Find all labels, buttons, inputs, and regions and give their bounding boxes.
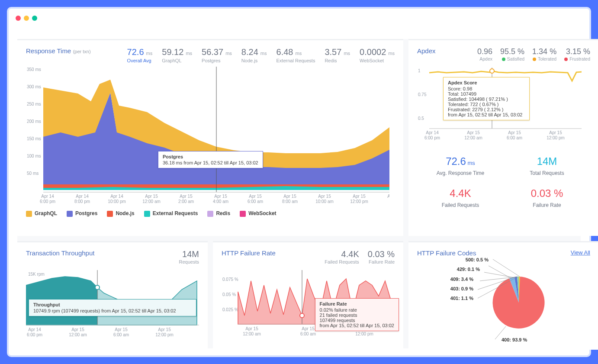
svg-text:50 ms: 50 ms (27, 171, 39, 176)
svg-text:Apr 14: Apr 14 (110, 194, 123, 199)
svg-text:Apr 15: Apr 15 (71, 327, 84, 332)
legend-item[interactable]: Redis (207, 210, 230, 217)
svg-text:100 ms: 100 ms (27, 154, 41, 158)
svg-text:12:00 pm: 12:00 pm (547, 135, 565, 140)
failure-rate-tooltip: Failure Rate 0.02% failure rate21 failed… (315, 298, 399, 331)
svg-text:6:00 pm: 6:00 pm (424, 135, 440, 140)
apdex-card: Apdex 0.96Apdex95.5 %Satisfied1.34 %Tole… (408, 39, 598, 236)
svg-text:Apr 14: Apr 14 (28, 327, 41, 332)
svg-text:6:00 am: 6:00 am (300, 332, 316, 336)
apdex-metric: 0.96Apdex (477, 47, 492, 61)
throughput-value: 14M (179, 249, 199, 259)
svg-text:10:00 pm: 10:00 pm (108, 199, 126, 204)
svg-text:1: 1 (418, 68, 421, 73)
apdex-metric: 1.34 %Tolerated (532, 47, 556, 61)
svg-point-49 (95, 285, 100, 290)
svg-line-76 (493, 259, 520, 277)
svg-text:Apr 15: Apr 15 (180, 194, 193, 199)
svg-text:12:00 am: 12:00 am (69, 332, 87, 337)
svg-text:401: 1.1 %: 401: 1.1 % (450, 296, 473, 301)
svg-text:409: 3.4 %: 409: 3.4 % (450, 277, 473, 282)
failure-codes-title: HTTP Failure Codes (417, 249, 476, 257)
throughput-label: Requests (179, 259, 199, 264)
metric-node.js: 8.24 msNode.js (241, 47, 267, 63)
svg-text:10:00 am: 10:00 am (315, 199, 334, 204)
svg-text:0.05 %: 0.05 % (222, 292, 236, 297)
apdex-metric: 3.15 %Frustrated (564, 47, 590, 61)
metric-overall-avg: 72.6 msOverall Avg (127, 47, 153, 63)
svg-point-63 (300, 313, 304, 318)
svg-text:12:00 pm: 12:00 pm (355, 332, 373, 336)
svg-text:12:00 pm: 12:00 pm (155, 332, 174, 337)
response-time-title: Response Time (26, 47, 71, 55)
svg-text:Apr 15: Apr 15 (283, 194, 296, 199)
failure-metric: 4.4KFailed Requests (325, 249, 359, 264)
response-time-subtitle: (per txn) (73, 49, 91, 54)
apdex-metric: 95.5 %Satisfied (500, 47, 524, 61)
stat-item: 4.4K Failed Requests (417, 187, 504, 208)
metric-postgres: 56.37 msPostgres (202, 47, 232, 63)
svg-text:200 ms: 200 ms (27, 119, 41, 124)
apdex-tooltip: Apdex Score Score: 0.98Total: 107499Sati… (443, 77, 530, 120)
minimize-icon[interactable] (24, 16, 29, 21)
svg-text:250 ms: 250 ms (27, 102, 41, 106)
svg-text:12:00 am: 12:00 am (464, 135, 482, 140)
legend-item[interactable]: Postgres (67, 210, 97, 217)
stat-item: 72.6 msAvg. Response Time (417, 155, 504, 176)
failure-metric: 0.03 %Failure Rate (368, 249, 395, 264)
svg-text:Apr 15: Apr 15 (302, 326, 315, 331)
svg-text:403: 0.9 %: 403: 0.9 % (450, 286, 473, 291)
svg-text:Apr 15: Apr 15 (115, 327, 128, 332)
svg-text:8:00 pm: 8:00 pm (74, 199, 90, 204)
metric-graphql: 59.12 msGraphQL (162, 47, 192, 63)
metric-external-requests: 6.48 msExternal Requests (276, 47, 315, 63)
svg-text:Apr 15: Apr 15 (158, 327, 171, 332)
svg-text:0.75: 0.75 (418, 92, 427, 97)
response-time-card: Response Time (per txn) 72.6 msOverall A… (17, 39, 403, 236)
legend-item[interactable]: External Requests (144, 210, 198, 217)
svg-text:6:00 pm: 6:00 pm (40, 199, 55, 204)
svg-text:429: 0.1 %: 429: 0.1 % (457, 267, 480, 272)
svg-text:Apr 15: Apr 15 (508, 130, 521, 135)
response-time-legend: GraphQLPostgresNode.jsExternal RequestsR… (26, 210, 395, 217)
svg-text:6:00 am: 6:00 am (113, 332, 129, 337)
stat-item: 0.03 % Failure Rate (504, 187, 590, 208)
svg-line-72 (484, 272, 514, 277)
failure-codes-chart[interactable]: 500: 0.5 %429: 0.1 %409: 3.4 %403: 0.9 %… (417, 257, 590, 344)
svg-text:Apr 15: Apr 15 (318, 194, 331, 199)
svg-text:0.5: 0.5 (418, 116, 424, 121)
svg-text:6:00 am: 6:00 am (507, 135, 522, 140)
svg-text:400: 93.9 %: 400: 93.9 % (502, 337, 527, 342)
svg-text:Apr 15: Apr 15 (549, 130, 562, 135)
svg-text:4:00 am: 4:00 am (213, 199, 228, 204)
maximize-icon[interactable] (32, 16, 37, 21)
response-time-metrics: 72.6 msOverall Avg59.12 msGraphQL56.37 m… (127, 47, 395, 63)
failure-rate-card: HTTP Failure Rate 4.4KFailed Requests0.0… (213, 241, 403, 350)
svg-text:0.025 %: 0.025 % (222, 307, 238, 312)
legend-item[interactable]: GraphQL (26, 210, 57, 217)
svg-text:150 ms: 150 ms (27, 136, 41, 141)
svg-text:Apr 14: Apr 14 (76, 194, 89, 199)
close-icon[interactable] (16, 16, 21, 21)
svg-text:15K rpm: 15K rpm (28, 272, 45, 277)
stat-item: 14M Total Requests (504, 155, 590, 176)
svg-text:12:00 am: 12:00 am (142, 199, 161, 204)
view-all-link[interactable]: View All (571, 249, 590, 256)
svg-text:500: 0.5 %: 500: 0.5 % (466, 257, 489, 262)
svg-text:8:00 am: 8:00 am (282, 199, 298, 204)
svg-text:Apr 14: Apr 14 (41, 194, 54, 199)
legend-item[interactable]: WebSocket (240, 210, 276, 217)
metric-websocket: 0.0002 msWebSocket (360, 47, 395, 63)
response-time-chart[interactable]: 350 ms300 ms250 ms200 ms150 ms100 ms50 m… (26, 67, 389, 205)
legend-item[interactable]: Node.js (107, 210, 134, 217)
dashboard-grid: Response Time (per txn) 72.6 msOverall A… (17, 39, 581, 348)
svg-text:Apr 15: Apr 15 (387, 194, 389, 199)
app-window: Response Time (per txn) 72.6 msOverall A… (7, 7, 591, 357)
failure-rate-title: HTTP Failure Rate (222, 249, 276, 257)
svg-text:6:00 pm: 6:00 pm (27, 332, 42, 337)
svg-text:12:00 am: 12:00 am (243, 332, 261, 336)
svg-text:0.075 %: 0.075 % (222, 277, 238, 282)
svg-text:Apr 15: Apr 15 (249, 194, 262, 199)
svg-text:Apr 14: Apr 14 (426, 130, 439, 135)
svg-text:12:00 pm: 12:00 pm (350, 199, 368, 204)
